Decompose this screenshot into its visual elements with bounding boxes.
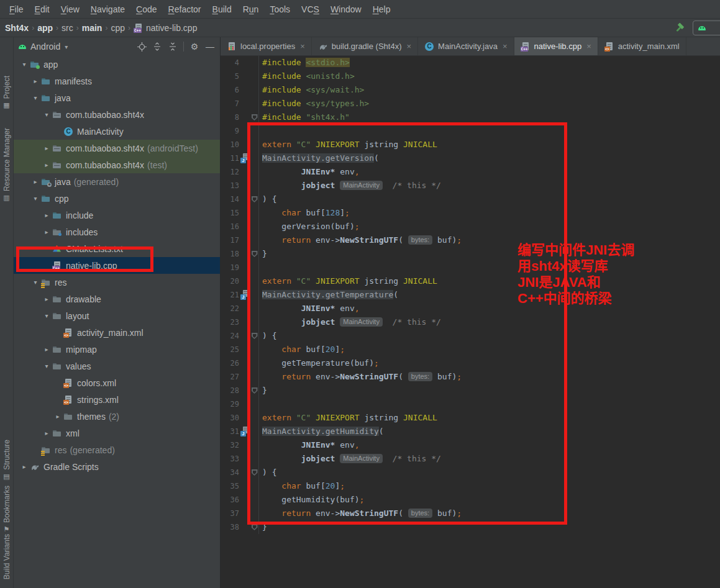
fold-marker-icon[interactable] bbox=[252, 114, 258, 120]
close-tab-icon[interactable]: × bbox=[300, 42, 305, 51]
tree-item-drawable[interactable]: ▸drawable bbox=[14, 291, 220, 307]
close-tab-icon[interactable]: × bbox=[406, 42, 411, 51]
chevron-collapsed-icon[interactable]: ▸ bbox=[41, 145, 52, 152]
breadcrumb-item[interactable]: Sht4x bbox=[5, 23, 29, 33]
menu-navigate[interactable]: Navigate bbox=[85, 4, 130, 14]
tool-window-button-bookmarks[interactable]: Bookmarks⚑ bbox=[0, 486, 13, 533]
tool-window-button-structure[interactable]: Structure▤ bbox=[0, 440, 13, 480]
tree-item-includes[interactable]: ▸includes bbox=[14, 224, 220, 240]
chevron-collapsed-icon[interactable]: ▸ bbox=[41, 296, 52, 302]
tree-item-strings-xml[interactable]: <>strings.xml bbox=[14, 391, 220, 408]
chevron-collapsed-icon[interactable]: ▸ bbox=[41, 212, 52, 219]
tree-item-mipmap[interactable]: ▸mipmap bbox=[14, 341, 220, 358]
chevron-expanded-icon[interactable]: ▾ bbox=[41, 363, 52, 369]
tool-window-button-build-variants[interactable]: Build Variants bbox=[0, 534, 13, 579]
chevron-expanded-icon[interactable]: ▾ bbox=[41, 111, 52, 118]
tree-item-themes[interactable]: ▸themes(2) bbox=[14, 408, 220, 425]
menu-window[interactable]: Window bbox=[325, 4, 367, 14]
res-folder-icon bbox=[41, 445, 51, 455]
breadcrumb-item[interactable]: cpp bbox=[111, 23, 125, 33]
chevron-collapsed-icon[interactable]: ▸ bbox=[41, 228, 52, 235]
chevron-collapsed-icon[interactable]: ▸ bbox=[30, 78, 41, 84]
tree-item-gradle-scripts[interactable]: ▸Gradle Scripts bbox=[14, 458, 220, 475]
fold-marker-icon[interactable] bbox=[252, 196, 258, 202]
chevron-expanded-icon[interactable]: ▾ bbox=[30, 94, 41, 101]
jni-gutter-icon[interactable]: J bbox=[240, 427, 250, 436]
device-selector[interactable] bbox=[693, 20, 720, 35]
tree-item-java[interactable]: ▾java bbox=[14, 89, 220, 106]
tree-item-res[interactable]: ▾res bbox=[14, 274, 220, 291]
menu-file[interactable]: File bbox=[4, 4, 29, 14]
menu-build[interactable]: Build bbox=[207, 4, 237, 14]
tool-window-bar: Project▦Resource Manager▥Structure▤Bookm… bbox=[0, 37, 14, 588]
tree-item-include[interactable]: ▸include bbox=[14, 207, 220, 224]
close-tab-icon[interactable]: × bbox=[503, 42, 508, 51]
breadcrumb-item[interactable]: src bbox=[62, 23, 73, 33]
project-panel: Android ▾ bbox=[14, 37, 221, 588]
fold-marker-icon[interactable] bbox=[252, 387, 258, 394]
code-line: 35 char buf[20]; bbox=[221, 479, 720, 493]
menu-run[interactable]: Run bbox=[237, 4, 265, 14]
tree-item-res[interactable]: res(generated) bbox=[14, 441, 220, 458]
tab-build-gradle-sht4x-[interactable]: build.gradle (Sht4x)× bbox=[312, 37, 418, 55]
chevron-collapsed-icon[interactable]: ▸ bbox=[41, 346, 52, 353]
tab-native-lib-cpp[interactable]: C++native-lib.cpp× bbox=[514, 37, 598, 55]
menu-view[interactable]: View bbox=[55, 4, 85, 14]
chevron-collapsed-icon[interactable]: ▸ bbox=[19, 463, 30, 470]
tree-item-com-tubaobao-sht4x[interactable]: ▸com.tubaobao.sht4x(test) bbox=[14, 156, 220, 173]
jni-gutter-icon[interactable]: J bbox=[240, 153, 250, 163]
tree-item-values[interactable]: ▾values bbox=[14, 358, 220, 374]
expand-all-button[interactable] bbox=[151, 40, 163, 53]
chevron-expanded-icon[interactable]: ▾ bbox=[19, 61, 30, 68]
fold-marker-icon[interactable] bbox=[252, 524, 258, 530]
chevron-expanded-icon[interactable]: ▾ bbox=[41, 312, 52, 319]
tree-item-mainactivity[interactable]: CMainActivity bbox=[14, 123, 220, 140]
locate-file-button[interactable] bbox=[135, 40, 148, 53]
chevron-collapsed-icon[interactable]: ▸ bbox=[41, 161, 52, 168]
jni-gutter-icon[interactable]: J bbox=[240, 290, 250, 300]
breadcrumb-item[interactable]: app bbox=[37, 23, 53, 33]
tree-item-com-tubaobao-sht4x[interactable]: ▸com.tubaobao.sht4x(androidTest) bbox=[14, 140, 220, 156]
tree-item-cmakelists-txt[interactable]: CMakeLists.txt bbox=[14, 240, 220, 257]
chevron-collapsed-icon[interactable]: ▸ bbox=[30, 178, 41, 185]
tree-item-activity-main-xml[interactable]: <>activity_main.xml bbox=[14, 324, 220, 341]
tab-activity-main-xml[interactable]: <>activity_main.xml bbox=[598, 37, 686, 55]
breadcrumb-item[interactable]: main bbox=[82, 23, 103, 33]
menu-vcs[interactable]: VCS bbox=[296, 4, 325, 14]
tree-item-manifests[interactable]: ▸manifests bbox=[14, 73, 220, 89]
tab-local-properties[interactable]: local.properties× bbox=[221, 37, 312, 55]
settings-gear-icon[interactable]: ⚙ bbox=[188, 40, 201, 53]
chevron-expanded-icon[interactable]: ▾ bbox=[30, 195, 41, 202]
close-tab-icon[interactable]: × bbox=[586, 42, 591, 51]
tab-mainactivity-java[interactable]: CMainActivity.java× bbox=[418, 37, 514, 55]
build-hammer-icon[interactable] bbox=[674, 22, 686, 34]
menu-refactor[interactable]: Refactor bbox=[163, 4, 207, 14]
tool-window-button-resource-manager[interactable]: Resource Manager▥ bbox=[0, 128, 13, 201]
tree-item-com-tubaobao-sht4x[interactable]: ▾com.tubaobao.sht4x bbox=[14, 106, 220, 123]
menu-help[interactable]: Help bbox=[367, 4, 396, 14]
breadcrumb-item[interactable]: C++native-lib.cpp bbox=[134, 23, 198, 33]
fold-marker-icon[interactable] bbox=[252, 333, 258, 339]
tree-item-java[interactable]: ▸✱java(generated) bbox=[14, 173, 220, 190]
code-line: 5#include <unistd.h> bbox=[221, 70, 720, 83]
menu-code[interactable]: Code bbox=[130, 4, 162, 14]
project-view-selector[interactable]: Android bbox=[30, 42, 60, 52]
tool-window-button-project[interactable]: Project▦ bbox=[0, 76, 13, 109]
xml-file-icon: <> bbox=[63, 378, 73, 388]
fold-marker-icon[interactable] bbox=[252, 469, 258, 476]
code-editor[interactable]: 4#include <stdio.h>5#include <unistd.h>6… bbox=[221, 56, 720, 588]
tree-item-layout[interactable]: ▾layout bbox=[14, 307, 220, 324]
tree-item-xml[interactable]: ▸xml bbox=[14, 425, 220, 441]
tree-item-colors-xml[interactable]: <>colors.xml bbox=[14, 374, 220, 391]
chevron-expanded-icon[interactable]: ▾ bbox=[30, 279, 41, 286]
hide-panel-button[interactable]: — bbox=[204, 40, 216, 53]
tree-item-native-lib-cpp[interactable]: C++native-lib.cpp bbox=[14, 257, 220, 274]
fold-marker-icon[interactable] bbox=[252, 251, 258, 257]
menu-tools[interactable]: Tools bbox=[264, 4, 296, 14]
tree-item-cpp[interactable]: ▾cpp bbox=[14, 190, 220, 207]
chevron-collapsed-icon[interactable]: ▸ bbox=[52, 413, 63, 420]
collapse-all-button[interactable] bbox=[166, 40, 179, 53]
menu-edit[interactable]: Edit bbox=[29, 4, 55, 14]
tree-item-app[interactable]: ▾app bbox=[14, 56, 220, 73]
chevron-collapsed-icon[interactable]: ▸ bbox=[41, 430, 52, 436]
